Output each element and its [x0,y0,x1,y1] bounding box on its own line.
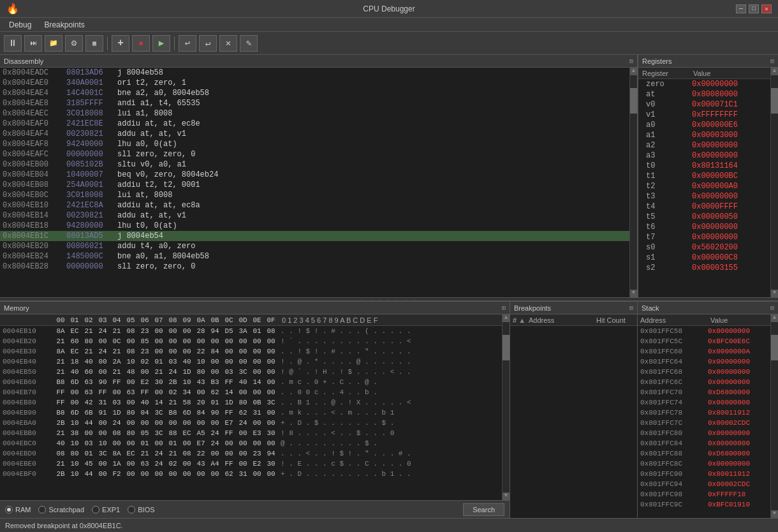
mem-byte: 00 [208,358,222,366]
mem-byte: 00 [236,429,250,437]
disassembly-row[interactable]: 0x8004EB24 1485000C bne a0, a1, 8004eb58 [0,251,629,262]
dis-bytes: 340A0001 [66,78,117,87]
maximize-btn[interactable]: □ [749,4,759,13]
menu-debug[interactable]: Debug [4,19,36,31]
mem-byte: B8 [54,378,68,386]
stack-row-addr: 0x801FFC68 [640,368,708,376]
mem-byte: 21 [152,368,166,376]
close-btn[interactable]: ✕ [761,4,772,13]
stack-row-addr: 0x801FFC9C [640,501,708,508]
breakpoints-scroll-btn[interactable]: ⊞ [629,304,633,312]
stack-scrollbar[interactable]: ▲ ▼ [770,314,778,518]
remove-btn[interactable]: ✕ [219,35,237,52]
search-button[interactable]: Search [463,503,504,516]
open-btn[interactable]: 📁 [45,35,62,52]
settings-btn[interactable]: ⚙ [65,35,83,52]
registers-scroll-btn[interactable]: ⊞ [770,57,774,65]
radio-exp1-dot[interactable] [92,506,99,514]
mem-byte: 00 [250,337,264,345]
memory-scroll-btn[interactable]: ⊞ [502,304,506,312]
mem-byte: 02 [166,388,180,396]
reg-rows-container: zero 0x00000000 at 0x80080000 v0 0x00007… [638,79,770,273]
mem-byte: 00 [180,327,194,335]
mem-hdr-0D: 0D [236,316,250,324]
disassembly-row[interactable]: 0x8004EAE4 14C4001C bne a2, a0, 8004eb58 [0,88,629,98]
radio-bios-dot[interactable] [128,506,135,514]
register-row: t5 0x00000050 [638,212,770,222]
mem-byte: 00 [152,388,166,396]
disassembly-row[interactable]: 0x8004EB08 254A0001 addiu t2, t2, 0001 [0,180,629,190]
disassembly-row[interactable]: 0x8004EADC 08013AD6 j 8004eb58 [0,68,629,78]
disassembly-row[interactable]: 0x8004EB10 2421EC8A addiu at, at, ec8a [0,200,629,211]
dis-bytes: 00230821 [66,129,117,138]
mem-byte: 40 [82,358,96,366]
mem-byte: 00 [250,358,264,366]
disassembly-row[interactable]: 0x8004EB04 10400007 beq v0, zero, 8004eb… [0,170,629,180]
mem-byte: 00 [264,419,278,427]
disassembly-scrollbar[interactable]: ▲ ▼ [629,68,637,297]
memory-title: Memory [4,304,29,312]
radio-scratchpad[interactable]: Scratchpad [38,506,84,514]
registers-scrollbar[interactable]: ▲ ▼ [770,68,778,297]
radio-ram-dot[interactable] [5,506,13,514]
rewind-btn[interactable]: ↩ [179,35,196,52]
radio-scratchpad-dot[interactable] [38,506,46,514]
dis-instr: lhu a0, 0(at) [117,140,177,149]
mem-byte: 21 [82,327,96,335]
disassembly-row[interactable]: 0x8004EAE0 340A0001 ori t2, zero, 1 [0,78,629,88]
disassembly-row[interactable]: 0x8004EAE8 3185FFFF andi a1, t4, 65535 [0,98,629,108]
stack-row: 0x801FFC80 0x00000000 [638,428,770,438]
stack-row-addr: 0x801FFC58 [640,327,708,335]
dis-bytes: 3C018008 [66,109,117,118]
app-icon: 🔥 [6,3,19,15]
disassembly-row[interactable]: 0x8004EB14 00230821 addu at, at, v1 [0,211,629,221]
disassembly-row[interactable]: 0x8004EAF4 00230821 addu at, at, v1 [0,129,629,139]
disassembly-row[interactable]: 0x8004EB18 94280000 lhu t0, 0(at) [0,221,629,231]
record-btn[interactable]: ● [132,35,150,52]
view-btn[interactable]: ▦ [85,35,103,52]
mem-byte: 23 [138,327,152,335]
mem-byte: 00 [264,358,278,366]
disassembly-row[interactable]: 0x8004EB00 0085102B sltu v0, a0, a1 [0,159,629,170]
step-btn[interactable]: ⏭ [24,35,42,52]
dis-instr: j 8004eb58 [117,68,163,77]
stack-scroll-btn[interactable]: ⊞ [770,304,774,312]
mem-byte: 1D [110,409,124,417]
breakpoints-panel: Breakpoints ⊞ # ▲ Address Hit Count [510,302,638,518]
disassembly-row[interactable]: 0x8004EAF0 2421EC8E addiu at, at, ec8e [0,119,629,129]
minimize-btn[interactable]: — [736,4,746,13]
mem-row-ascii: + . D . $ . . . . . . . $ . [281,419,394,427]
disassembly-row[interactable]: 0x8004EB0C 3C018008 lui at, 8008 [0,190,629,200]
mem-byte: 60 [68,337,82,345]
radio-exp1[interactable]: EXP1 [92,506,120,514]
disassembly-row[interactable]: 0x8004EAEC 3C018008 lui a1, 8008 [0,108,629,119]
disassembly-row[interactable]: 0x8004EB1C 08013AD5 j 8004eb54 [0,231,629,241]
mem-byte: 00 [152,419,166,427]
mem-byte: 00 [208,337,222,345]
mem-byte: 00 [138,368,152,376]
mem-byte: 31 [236,470,250,478]
back-btn[interactable]: ↵ [199,35,217,52]
disassembly-scroll-btn[interactable]: ⊞ [629,57,633,65]
stack-row-addr: 0x801FFC78 [640,409,708,417]
memory-row: 0004EB30 8AEC212421082300000022840000000… [0,346,502,357]
disassembly-row[interactable]: 0x8004EAFC 00000000 sll zero, zero, 0 [0,149,629,159]
pause-btn[interactable]: ⏸ [4,35,22,52]
memory-scrollbar[interactable]: ▲ ▼ [502,314,510,500]
dis-addr: 0x8004EAEC [3,109,66,118]
disassembly-row[interactable]: 0x8004EB28 00000000 sll zero, zero, 0 [0,262,629,272]
mem-byte: 24 [152,450,166,457]
radio-bios[interactable]: BIOS [128,506,154,514]
radio-ram[interactable]: RAM [5,506,31,514]
mem-row-bytes: 0880013C8AEC21242108220000002394 [54,450,278,457]
run-btn[interactable]: ▶ [152,35,170,52]
disassembly-row[interactable]: 0x8004EAF8 94240000 lhu a0, 0(at) [0,139,629,149]
mem-byte: 00 [236,337,250,345]
memory-row: 0004EB60 B86D6390FF00E2302B1043B3FF40140… [0,377,502,387]
menu-breakpoints[interactable]: Breakpoints [39,19,89,31]
edit-btn[interactable]: ✎ [240,35,258,52]
stack-row: 0x801FFC84 0x00000000 [638,438,770,448]
stack-row: 0x801FFC88 0xD6800000 [638,448,770,459]
disassembly-row[interactable]: 0x8004EB20 00806021 addu t4, a0, zero [0,241,629,251]
add-btn[interactable]: + [112,35,129,52]
